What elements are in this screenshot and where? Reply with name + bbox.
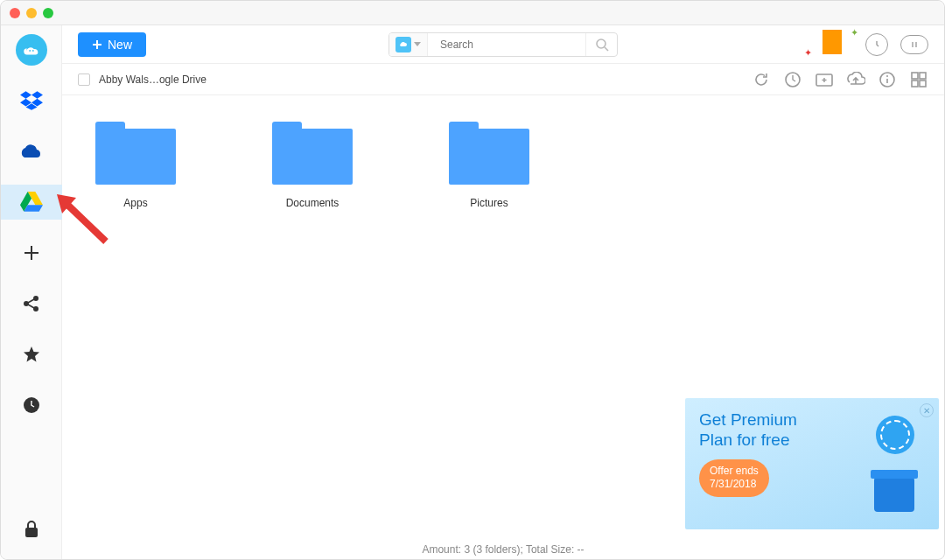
svg-point-1: [32, 50, 33, 52]
lock-icon: [24, 521, 39, 538]
window-zoom-button[interactable]: [43, 8, 53, 18]
breadcrumb-bar: Abby Wals…ogle Drive: [62, 64, 944, 95]
clock-icon: [23, 396, 40, 414]
cloud-sync-icon[interactable]: [900, 35, 928, 54]
sidebar-lock[interactable]: [1, 512, 62, 547]
svg-point-4: [33, 306, 38, 312]
sidebar-history[interactable]: [1, 388, 62, 423]
svg-rect-13: [920, 73, 926, 79]
new-folder-icon[interactable]: [815, 70, 834, 89]
refresh-icon[interactable]: [752, 70, 771, 89]
sidebar: [1, 25, 62, 559]
folder-label: Apps: [123, 197, 147, 209]
window-minimize-button[interactable]: [26, 8, 37, 18]
svg-point-11: [886, 75, 888, 77]
search-button[interactable]: [585, 33, 617, 56]
content-area: New ✦ ✦: [62, 25, 944, 559]
svg-rect-15: [920, 80, 926, 87]
sidebar-share[interactable]: [1, 286, 62, 321]
svg-point-0: [29, 50, 31, 52]
window-close-button[interactable]: [10, 8, 20, 18]
promo-popup: ✕ Get PremiumPlan for free Offer ends7/3…: [685, 398, 939, 529]
folder-label: Documents: [286, 197, 340, 209]
promo-days-badge: [876, 416, 914, 454]
svg-rect-14: [912, 80, 918, 87]
status-bar: Amount: 3 (3 folders); Total Size: --: [62, 543, 944, 556]
promo-box-art: [864, 468, 925, 521]
sync-icon[interactable]: [783, 70, 802, 89]
svg-rect-12: [912, 73, 918, 79]
gift-promo-icon[interactable]: ✦ ✦: [811, 31, 853, 59]
sidebar-google-drive[interactable]: [1, 185, 62, 220]
view-grid-icon[interactable]: [909, 70, 928, 89]
dropbox-icon: [20, 91, 43, 110]
new-button-label: New: [108, 38, 132, 52]
folder-label: Pictures: [470, 197, 508, 209]
plus-icon: [24, 245, 39, 261]
search-input[interactable]: [428, 38, 585, 51]
svg-rect-6: [25, 528, 38, 537]
new-button[interactable]: New: [78, 32, 146, 57]
google-drive-icon: [20, 192, 43, 213]
svg-point-7: [597, 39, 606, 48]
plus-icon: [92, 39, 102, 50]
search-bar: [388, 32, 618, 57]
search-icon: [595, 38, 609, 52]
chevron-down-icon: [414, 42, 421, 46]
onedrive-icon: [18, 143, 45, 160]
folder-icon: [272, 122, 353, 185]
svg-point-3: [33, 296, 38, 301]
breadcrumb-path[interactable]: Abby Wals…ogle Drive: [99, 74, 206, 86]
info-icon[interactable]: [878, 70, 897, 89]
app-logo-icon: [16, 34, 47, 66]
folder-item[interactable]: Apps: [95, 122, 176, 209]
folder-item[interactable]: Documents: [272, 122, 353, 209]
sidebar-add-cloud[interactable]: [1, 235, 62, 270]
folder-icon: [95, 122, 176, 185]
upload-icon[interactable]: [846, 70, 865, 89]
cloud-scope-icon: [396, 37, 411, 52]
sidebar-favorites[interactable]: [1, 337, 62, 372]
promo-offer-badge: Offer ends7/31/2018: [699, 459, 769, 497]
folder-item[interactable]: Pictures: [449, 122, 529, 209]
promo-close-button[interactable]: ✕: [920, 403, 934, 417]
sidebar-onedrive[interactable]: [1, 134, 62, 169]
star-icon: [23, 346, 40, 363]
share-icon: [23, 295, 40, 312]
svg-point-2: [24, 301, 29, 306]
window-titlebar: [1, 1, 944, 25]
sidebar-dropbox[interactable]: [1, 83, 62, 118]
select-all-checkbox[interactable]: [78, 74, 90, 86]
folder-icon: [449, 122, 529, 185]
search-scope-dropdown[interactable]: [389, 33, 428, 56]
activity-icon[interactable]: [865, 33, 888, 56]
sidebar-home[interactable]: [1, 32, 62, 67]
toolbar: New ✦ ✦: [62, 25, 944, 64]
